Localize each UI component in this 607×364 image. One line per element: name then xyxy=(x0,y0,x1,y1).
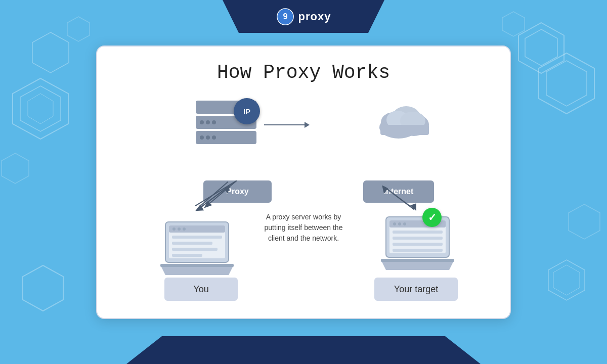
server-bar-bot xyxy=(196,131,256,144)
dot-5 xyxy=(206,135,210,140)
svg-point-38 xyxy=(183,228,186,231)
svg-line-30 xyxy=(384,187,414,209)
diagram: IP Proxy Internet xyxy=(117,96,490,298)
arrow-head xyxy=(305,122,310,128)
svg-rect-41 xyxy=(172,248,218,251)
svg-text:9: 9 xyxy=(283,12,287,21)
svg-rect-54 xyxy=(381,259,454,262)
logo-area: 9 proxy xyxy=(276,8,331,26)
server-to-cloud-arrow xyxy=(264,122,310,128)
svg-marker-11 xyxy=(2,153,29,184)
svg-marker-1 xyxy=(20,86,61,131)
dot-3 xyxy=(212,120,216,124)
svg-point-49 xyxy=(403,222,406,225)
description-text: A proxy server works by putting itself b… xyxy=(258,212,349,244)
logo-text: proxy xyxy=(298,10,331,23)
hex-side-left xyxy=(0,152,30,187)
you-text: You xyxy=(193,284,208,295)
ip-text: IP xyxy=(243,107,250,116)
svg-line-26 xyxy=(200,181,228,206)
check-icon: ✓ xyxy=(428,211,437,223)
dot-1 xyxy=(200,120,204,124)
svg-marker-2 xyxy=(28,94,53,124)
svg-line-25 xyxy=(195,180,237,206)
svg-rect-40 xyxy=(172,242,212,245)
svg-marker-14 xyxy=(502,12,525,36)
laptop-you xyxy=(158,219,236,282)
svg-marker-0 xyxy=(13,78,68,139)
check-badge: ✓ xyxy=(422,208,442,227)
cloud-icon xyxy=(373,100,439,140)
svg-marker-10 xyxy=(553,265,580,295)
laptop-target xyxy=(378,214,457,277)
svg-rect-50 xyxy=(393,231,443,234)
laptop-target-icon xyxy=(378,214,457,275)
bottom-bar xyxy=(126,336,481,364)
main-card: How Proxy Works IP xyxy=(96,46,511,319)
proxy-logo-icon: 9 xyxy=(276,8,294,26)
svg-marker-13 xyxy=(67,17,90,41)
svg-marker-7 xyxy=(525,29,557,66)
desc-content: A proxy server works by putting itself b… xyxy=(265,213,343,242)
svg-rect-51 xyxy=(393,237,443,240)
svg-line-24 xyxy=(205,180,237,207)
cloud-container xyxy=(373,100,439,142)
svg-rect-39 xyxy=(172,236,222,239)
svg-marker-8 xyxy=(23,265,63,311)
svg-rect-35 xyxy=(169,225,225,233)
hex-side-right xyxy=(567,202,602,243)
hex-deco-bottomright xyxy=(546,258,587,303)
dot-6 xyxy=(212,135,216,140)
svg-marker-9 xyxy=(548,260,585,300)
target-text: Your target xyxy=(394,284,438,295)
svg-point-47 xyxy=(393,222,396,225)
hex-top-right2 xyxy=(501,10,526,40)
svg-point-36 xyxy=(172,228,176,231)
card-title: How Proxy Works xyxy=(117,62,490,83)
svg-marker-5 xyxy=(32,32,69,73)
dot-2 xyxy=(206,120,210,124)
svg-point-48 xyxy=(398,222,401,225)
svg-point-37 xyxy=(178,228,181,231)
svg-rect-53 xyxy=(393,249,443,252)
svg-line-27 xyxy=(198,187,228,209)
laptop-you-icon xyxy=(158,219,236,280)
hex-top-left2 xyxy=(66,15,91,46)
svg-rect-43 xyxy=(160,264,234,267)
target-label-box: Your target xyxy=(374,278,458,301)
you-label-box: You xyxy=(164,278,238,301)
dot-4 xyxy=(200,135,204,140)
hex-deco-topleft xyxy=(30,30,71,76)
arrow-line xyxy=(264,124,305,125)
svg-rect-23 xyxy=(380,125,429,135)
header-bar: 9 proxy xyxy=(223,0,384,33)
hex-deco-bottomleft xyxy=(20,263,66,313)
hex-deco-left xyxy=(10,76,71,147)
svg-rect-42 xyxy=(172,254,202,257)
svg-marker-12 xyxy=(569,204,600,239)
ip-badge: IP xyxy=(234,98,260,124)
svg-rect-52 xyxy=(393,243,443,246)
